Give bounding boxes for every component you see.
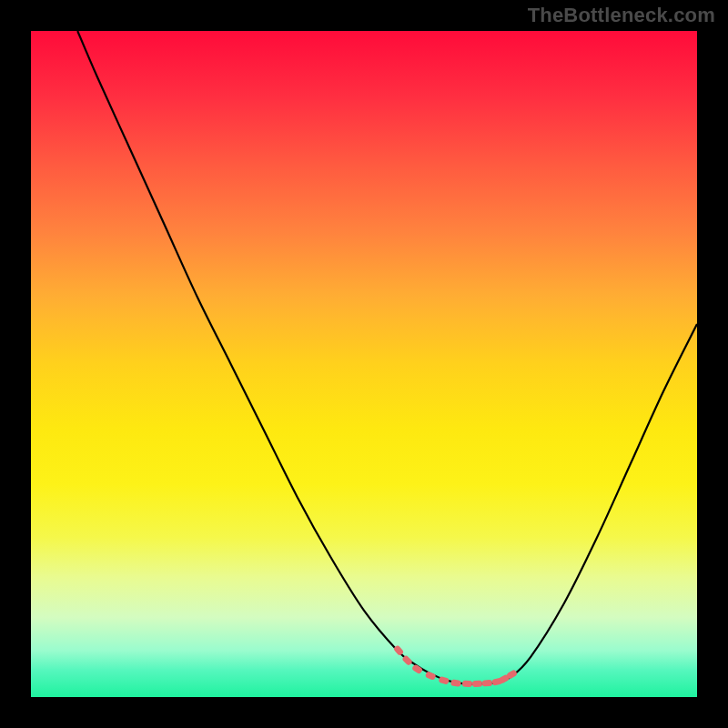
chart-frame: TheBottleneck.com [0,0,728,728]
plot-area [31,31,697,697]
minimum-marker [482,680,493,687]
minimum-markers [393,644,518,687]
minimum-marker [411,663,423,674]
curve-layer [31,31,697,697]
minimum-marker [472,681,482,687]
watermark-text: TheBottleneck.com [528,4,715,27]
minimum-marker [462,681,472,687]
minimum-marker [450,679,461,686]
bottleneck-curve-path [77,31,697,684]
